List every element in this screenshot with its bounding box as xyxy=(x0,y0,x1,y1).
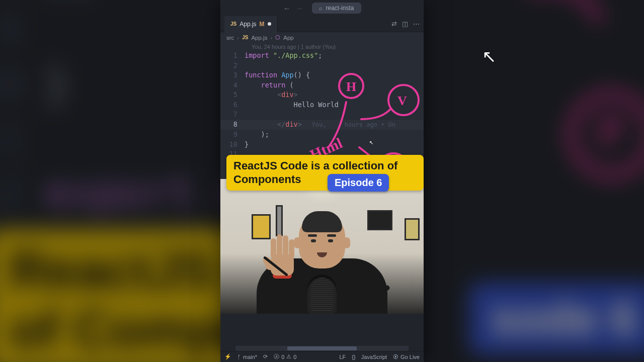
broadcast-icon: ⦿ xyxy=(393,354,398,360)
line-number: 10 xyxy=(220,140,245,150)
line-number: 8 xyxy=(220,120,245,130)
tab-bar: JS App.js M ⇄ ◫ ⋯ xyxy=(220,16,424,32)
error-icon: ⓧ xyxy=(274,353,279,360)
eol-indicator[interactable]: LF xyxy=(339,354,346,360)
horizontal-scrollbar[interactable] xyxy=(235,346,409,351)
split-editor-icon[interactable]: ◫ xyxy=(402,20,408,28)
line-number: 6 xyxy=(220,100,245,110)
breadcrumb-folder: src xyxy=(226,35,234,41)
remote-indicator[interactable]: ⚡ xyxy=(224,353,231,360)
chevron-right-icon: › xyxy=(237,35,239,41)
warning-icon: ⚠ xyxy=(286,353,291,360)
problems-indicator[interactable]: ⓧ0 ⚠0 xyxy=(274,353,296,360)
editor-window: ← → ⌕ react-insta JS App.js M ⇄ ◫ ⋯ src … xyxy=(220,0,424,362)
video-caption: ReactJS Code is a collection of Componen… xyxy=(226,155,424,191)
title-bar: ← → ⌕ react-insta xyxy=(220,0,424,16)
js-file-icon: JS xyxy=(230,21,236,27)
unsaved-dot-icon xyxy=(268,22,271,26)
search-text: react-insta xyxy=(326,5,354,12)
nav-forward-icon[interactable]: → xyxy=(295,4,303,13)
line-number: 3 xyxy=(220,70,245,80)
breadcrumb[interactable]: src › JS App.js › ⬡ App xyxy=(220,32,424,43)
command-center-search[interactable]: ⌕ react-insta xyxy=(312,3,361,14)
search-icon: ⌕ xyxy=(319,5,323,11)
tab-app-js[interactable]: JS App.js M xyxy=(224,16,278,32)
language-mode[interactable]: {} JavaScript xyxy=(352,354,387,360)
breadcrumb-symbol: App xyxy=(283,35,293,41)
sync-button[interactable]: ⟳ xyxy=(263,353,268,360)
line-number: 4 xyxy=(220,80,245,90)
nav-back-icon[interactable]: ← xyxy=(283,4,290,13)
line-number: 7 xyxy=(220,110,245,120)
symbol-icon: ⬡ xyxy=(275,34,280,41)
inline-git-blame: You, hours ago • Un xyxy=(312,121,395,128)
presenter-webcam xyxy=(220,179,424,314)
chevron-right-icon: › xyxy=(270,35,272,41)
line-number: 5 xyxy=(220,90,245,100)
compare-changes-icon[interactable]: ⇄ xyxy=(391,20,397,28)
more-actions-icon[interactable]: ⋯ xyxy=(413,20,420,28)
status-bar: ⚡ ᚶ main* ⟳ ⓧ0 ⚠0 LF {} JavaScript ⦿ Go … xyxy=(220,351,424,362)
git-branch[interactable]: ᚶ main* xyxy=(237,354,257,360)
svg-text:P: P xyxy=(597,105,625,156)
tab-filename: App.js xyxy=(239,21,256,28)
line-number: 1 xyxy=(220,51,245,61)
js-file-icon: JS xyxy=(242,35,248,40)
go-live-button[interactable]: ⦿ Go Live xyxy=(393,354,420,360)
git-codelens[interactable]: You, 24 hours ago | 1 author (You) xyxy=(220,43,424,51)
breadcrumb-file: App.js xyxy=(251,35,267,41)
branch-icon: ᚶ xyxy=(237,354,241,360)
episode-badge: Episode 6 xyxy=(328,174,389,192)
line-number: 9 xyxy=(220,130,245,140)
line-number: 2 xyxy=(220,61,245,71)
modified-badge: M xyxy=(260,21,265,28)
